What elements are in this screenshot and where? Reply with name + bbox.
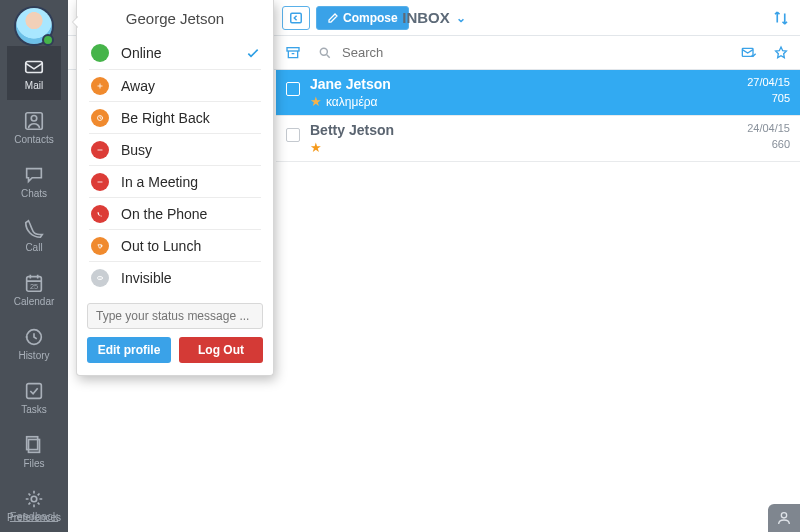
history-icon — [23, 326, 45, 348]
star-icon: ★ — [310, 94, 322, 109]
message-subject: καλημέρα — [326, 95, 378, 109]
nav-item-tasks[interactable]: Tasks — [7, 370, 61, 424]
nav-item-mail[interactable]: Mail — [7, 46, 61, 100]
status-message-input[interactable] — [87, 303, 263, 329]
gear-icon — [23, 488, 45, 510]
status-option-online[interactable]: Online — [89, 37, 261, 69]
status-dot-icon — [91, 173, 109, 191]
svg-point-9 — [31, 496, 37, 502]
nav-label: Calendar — [14, 296, 55, 307]
status-label: Away — [121, 78, 155, 94]
status-list: OnlineAwayBe Right BackBusyIn a MeetingO… — [77, 37, 273, 297]
profile-username: George Jetson — [77, 0, 273, 37]
profile-popover: George Jetson OnlineAwayBe Right BackBus… — [76, 0, 274, 376]
svg-rect-14 — [287, 47, 299, 50]
back-button[interactable] — [282, 6, 310, 30]
message-from: Jane Jetson — [310, 76, 747, 92]
avatar-image — [16, 8, 52, 44]
message-row[interactable]: Betty Jetson ★ 24/04/15 660 — [276, 116, 800, 162]
nav-label: Files — [23, 458, 44, 469]
status-label: On the Phone — [121, 206, 207, 222]
nav-item-call[interactable]: Call — [7, 208, 61, 262]
svg-text:25: 25 — [30, 281, 38, 290]
message-row[interactable]: Jane Jetson ★ καλημέρα 27/04/15 705 — [276, 70, 800, 116]
chat-icon — [23, 164, 45, 186]
tasks-icon — [23, 380, 45, 402]
status-option-out-to-lunch[interactable]: Out to Lunch — [89, 229, 261, 261]
message-checkbox[interactable] — [286, 128, 300, 142]
nav-item-preferences[interactable]: Preferences — [7, 478, 61, 532]
status-dot-icon — [91, 77, 109, 95]
contacts-panel-toggle[interactable] — [768, 504, 800, 532]
svg-point-15 — [320, 48, 327, 55]
message-number: 705 — [747, 92, 790, 104]
folder-title[interactable]: INBOX ⌄ — [402, 9, 466, 26]
message-date: 27/04/15 — [747, 76, 790, 88]
nav-label: Mail — [25, 80, 43, 91]
nav-label: Contacts — [14, 134, 53, 145]
nav-item-chats[interactable]: Chats — [7, 154, 61, 208]
status-option-away[interactable]: Away — [89, 69, 261, 101]
compose-button[interactable]: Compose — [316, 6, 409, 30]
nav-item-history[interactable]: History — [7, 316, 61, 370]
status-option-be-right-back[interactable]: Be Right Back — [89, 101, 261, 133]
nav-label: Call — [25, 242, 42, 253]
status-option-in-a-meeting[interactable]: In a Meeting — [89, 165, 261, 197]
status-dot-icon — [91, 237, 109, 255]
contact-icon — [23, 110, 45, 132]
nav-label: Chats — [21, 188, 47, 199]
back-icon — [289, 11, 303, 25]
calendar-icon: 25 — [23, 272, 45, 294]
mark-read-button[interactable] — [738, 45, 760, 61]
nav-label: Tasks — [21, 404, 47, 415]
avatar-button[interactable] — [0, 0, 68, 46]
message-date: 24/04/15 — [747, 122, 790, 134]
status-option-busy[interactable]: Busy — [89, 133, 261, 165]
status-label: Busy — [121, 142, 152, 158]
star-icon: ★ — [310, 140, 322, 155]
edit-profile-button[interactable]: Edit profile — [87, 337, 171, 363]
presence-dot-icon — [42, 34, 54, 46]
nav-item-contacts[interactable]: Contacts — [7, 100, 61, 154]
status-dot-icon — [91, 44, 109, 62]
compose-icon — [327, 12, 339, 24]
svg-point-12 — [99, 277, 100, 278]
star-filter-button[interactable] — [770, 45, 792, 61]
search-icon — [314, 46, 336, 60]
status-option-on-the-phone[interactable]: On the Phone — [89, 197, 261, 229]
status-dot-icon — [91, 269, 109, 287]
person-icon — [776, 510, 792, 526]
message-from: Betty Jetson — [310, 122, 747, 138]
check-icon — [245, 45, 261, 61]
message-number: 660 — [747, 138, 790, 150]
search-input[interactable] — [342, 36, 732, 69]
mail-icon — [23, 56, 45, 78]
folder-title-text: INBOX — [402, 9, 450, 26]
status-dot-icon — [91, 141, 109, 159]
status-label: In a Meeting — [121, 174, 198, 190]
status-label: Invisible — [121, 270, 172, 286]
sort-button[interactable] — [772, 9, 792, 27]
status-label: Out to Lunch — [121, 238, 201, 254]
svg-point-17 — [781, 513, 786, 518]
message-checkbox[interactable] — [286, 82, 300, 96]
archive-button[interactable] — [282, 45, 304, 61]
nav-sidebar: MailContactsChatsCall25CalendarHistoryTa… — [0, 0, 68, 532]
svg-point-1 — [31, 115, 37, 121]
svg-rect-13 — [291, 13, 302, 22]
svg-rect-6 — [27, 383, 42, 398]
star-icon — [773, 45, 789, 61]
log-out-button[interactable]: Log Out — [179, 337, 263, 363]
status-label: Online — [121, 45, 161, 61]
compose-label: Compose — [343, 11, 398, 25]
nav-item-files[interactable]: Files — [7, 424, 61, 478]
svg-rect-0 — [26, 61, 43, 72]
phone-icon — [23, 218, 45, 240]
status-label: Be Right Back — [121, 110, 210, 126]
status-dot-icon — [91, 109, 109, 127]
feedback-link[interactable]: Feedback — [0, 510, 68, 522]
status-dot-icon — [91, 205, 109, 223]
nav-item-calendar[interactable]: 25Calendar — [7, 262, 61, 316]
status-option-invisible[interactable]: Invisible — [89, 261, 261, 293]
nav-label: History — [18, 350, 49, 361]
